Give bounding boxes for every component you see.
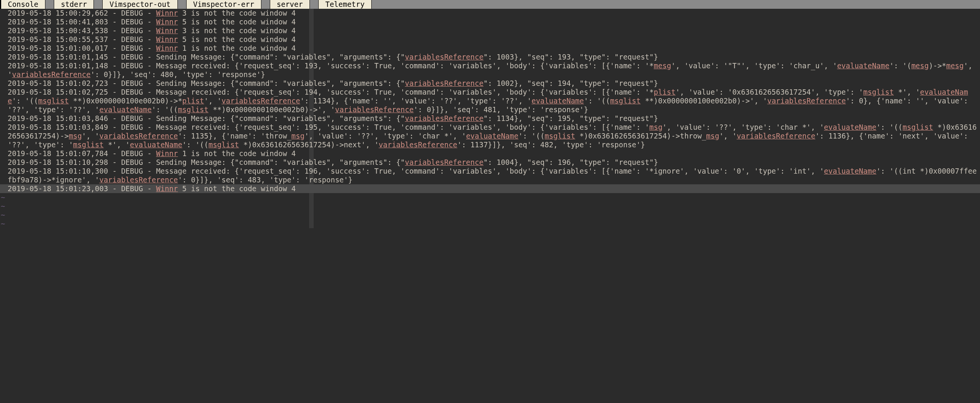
highlight-token: variablesReference — [222, 97, 300, 105]
highlight-token: Winnr — [156, 18, 178, 26]
highlight-token: variablesReference — [99, 176, 178, 184]
tab-console[interactable]: Console — [0, 0, 45, 9]
highlight-token: msglist — [903, 123, 933, 131]
highlight-token: variablesReference — [405, 79, 484, 87]
highlight-token: msglist — [38, 97, 69, 105]
highlight-token: variablesReference — [767, 97, 846, 105]
highlight-token: variablesReference — [12, 70, 90, 79]
highlight-token: Winnr — [156, 9, 178, 17]
highlight-token: plist — [182, 97, 204, 105]
tab-bar: Console stderr Vimspector-out Vimspector… — [0, 0, 980, 9]
highlight-token: msglist — [208, 140, 239, 149]
highlight-token: Winnr — [156, 35, 178, 44]
highlight-token: msglist — [73, 140, 104, 149]
empty-line-tilde: ~ — [0, 219, 980, 228]
log-content: 2019-05-18 15:00:29,662 - DEBUG - Winnr … — [0, 9, 980, 228]
highlight-token: variablesReference — [379, 140, 457, 149]
highlight-token: variablesReference — [99, 132, 178, 140]
empty-line-tilde: ~ — [0, 193, 980, 202]
highlight-token: variablesReference — [405, 53, 484, 61]
log-line: 2019-05-18 15:01:03,849 - DEBUG - Messag… — [0, 123, 980, 149]
log-line: 2019-05-18 15:00:43,538 - DEBUG - Winnr … — [0, 26, 980, 35]
highlight-token: evaluateName — [824, 167, 876, 175]
log-line: 2019-05-18 15:01:23,003 - DEBUG - Winnr … — [0, 184, 980, 193]
highlight-token: msg — [292, 132, 305, 140]
highlight-token: msglist — [178, 105, 208, 114]
highlight-token: Winnr — [156, 149, 178, 158]
empty-line-tilde: ~ — [0, 202, 980, 211]
log-line: 2019-05-18 15:00:29,662 - DEBUG - Winnr … — [0, 9, 980, 18]
tab-vimspector-out[interactable]: Vimspector-out — [102, 0, 177, 9]
tab-stderr[interactable]: stderr — [54, 0, 94, 9]
highlight-token: variablesReference — [335, 105, 414, 114]
log-line: 2019-05-18 15:01:07,784 - DEBUG - Winnr … — [0, 149, 980, 158]
highlight-token: Winnr — [156, 184, 178, 193]
highlight-token: msglist — [545, 132, 575, 140]
highlight-token: msg — [650, 123, 662, 131]
highlight-token: plist — [654, 88, 675, 96]
highlight-token: variablesReference — [405, 114, 484, 123]
log-line: 2019-05-18 15:01:02,725 - DEBUG - Messag… — [0, 88, 980, 114]
highlight-token: Winnr — [156, 44, 178, 52]
highlight-token: msg — [69, 132, 82, 140]
tab-telemetry[interactable]: Telemetry — [318, 0, 372, 9]
highlight-token: msglist — [610, 97, 641, 105]
highlight-token: variablesReference — [737, 132, 815, 140]
highlight-token: evaluateName — [837, 61, 889, 70]
highlight-token: evaluateName — [532, 97, 584, 105]
tab-server[interactable]: server — [270, 0, 310, 9]
log-line: 2019-05-18 15:00:55,537 - DEBUG - Winnr … — [0, 35, 980, 44]
log-line: 2019-05-18 15:00:41,803 - DEBUG - Winnr … — [0, 18, 980, 26]
tab-vimspector-err[interactable]: Vimspector-err — [186, 0, 261, 9]
highlight-token: msglist — [863, 88, 894, 96]
highlight-token: evaluateName — [99, 105, 152, 114]
log-line: 2019-05-18 15:01:01,145 - DEBUG - Sendin… — [0, 53, 980, 61]
log-line: 2019-05-18 15:01:02,723 - DEBUG - Sendin… — [0, 79, 980, 88]
log-line: 2019-05-18 15:01:03,846 - DEBUG - Sendin… — [0, 114, 980, 123]
highlight-token: msg — [706, 132, 719, 140]
highlight-token: variablesReference — [405, 158, 484, 166]
highlight-token: evaluateName — [824, 123, 876, 131]
log-line: 2019-05-18 15:01:10,300 - DEBUG - Messag… — [0, 167, 980, 184]
log-line: 2019-05-18 15:01:10,298 - DEBUG - Sendin… — [0, 158, 980, 167]
highlight-token: evaluateName — [466, 132, 518, 140]
empty-line-tilde: ~ — [0, 211, 980, 219]
highlight-token: mesg — [654, 61, 671, 70]
log-line: 2019-05-18 15:01:01,148 - DEBUG - Messag… — [0, 61, 980, 79]
log-line: 2019-05-18 15:01:00,017 - DEBUG - Winnr … — [0, 44, 980, 53]
highlight-token: evaluateName — [130, 140, 182, 149]
highlight-token: mesg — [946, 61, 964, 70]
highlight-token: mesg — [911, 61, 929, 70]
highlight-token: Winnr — [156, 26, 178, 35]
